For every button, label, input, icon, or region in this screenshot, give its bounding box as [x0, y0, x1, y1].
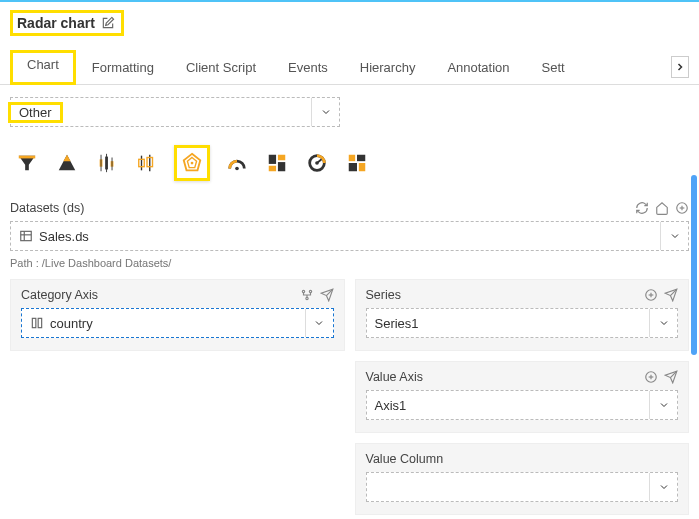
svg-rect-38: [32, 318, 36, 327]
category-axis-value: country: [50, 316, 93, 331]
send-icon[interactable]: [320, 288, 334, 302]
svg-rect-26: [357, 155, 365, 161]
chart-subtype-icons: [10, 141, 689, 185]
value-axis-panel: Value Axis Axis1: [355, 361, 690, 433]
series-value: Series1: [375, 316, 419, 331]
add-icon[interactable]: [644, 288, 658, 302]
chart-type-row: Other: [10, 97, 340, 127]
datasets-section: Datasets (ds) Sales.ds Path : /Live Dash…: [10, 195, 689, 269]
funnel-icon[interactable]: [14, 150, 40, 176]
page-title-highlight: Radar chart: [10, 10, 124, 36]
value-column-dropdown-button[interactable]: [649, 473, 677, 501]
svg-rect-32: [21, 231, 32, 240]
svg-point-17: [235, 167, 239, 171]
chevron-down-icon: [313, 317, 325, 329]
chevron-down-icon: [320, 106, 332, 118]
svg-rect-25: [349, 155, 355, 161]
category-axis-dropdown-button[interactable]: [305, 309, 333, 337]
column-icon: [30, 316, 44, 330]
datasets-dropdown[interactable]: Sales.ds: [10, 221, 689, 251]
add-icon[interactable]: [644, 370, 658, 384]
panel-header: Radar chart: [0, 2, 699, 36]
tab-formatting[interactable]: Formatting: [76, 52, 170, 83]
tab-settings[interactable]: Sett: [526, 52, 581, 83]
chevron-down-icon: [658, 481, 670, 493]
edit-icon[interactable]: [101, 16, 115, 30]
category-axis-dropdown[interactable]: country: [21, 308, 334, 338]
chevron-down-icon: [658, 399, 670, 411]
refresh-icon[interactable]: [635, 201, 649, 215]
chevron-down-icon: [669, 230, 681, 242]
datasets-label: Datasets (ds): [10, 201, 84, 215]
home-icon[interactable]: [655, 201, 669, 215]
svg-rect-21: [269, 166, 276, 172]
series-dropdown-button[interactable]: [649, 309, 677, 337]
svg-rect-18: [269, 155, 276, 164]
value-axis-dropdown-button[interactable]: [649, 391, 677, 419]
radar-icon[interactable]: [174, 145, 210, 181]
gauge-full-icon[interactable]: [304, 150, 330, 176]
svg-point-37: [305, 297, 307, 299]
datasets-path: Path : /Live Dashboard Datasets/: [10, 257, 689, 269]
vertical-scrollbar[interactable]: [691, 175, 697, 355]
chevron-down-icon: [658, 317, 670, 329]
tab-events[interactable]: Events: [272, 52, 344, 83]
add-icon[interactable]: [675, 201, 689, 215]
value-column-label: Value Column: [366, 452, 444, 466]
series-label: Series: [366, 288, 401, 302]
send-icon[interactable]: [664, 370, 678, 384]
boxplot-icon[interactable]: [134, 150, 160, 176]
gauge-semi-icon[interactable]: [224, 150, 250, 176]
svg-point-24: [315, 161, 319, 165]
category-axis-panel: Category Axis country: [10, 279, 345, 351]
svg-rect-27: [349, 163, 357, 171]
treemap-icon[interactable]: [264, 150, 290, 176]
value-axis-label: Value Axis: [366, 370, 423, 384]
svg-rect-39: [38, 318, 42, 327]
chart-type-dropdown[interactable]: Other: [10, 97, 340, 127]
value-axis-dropdown[interactable]: Axis1: [366, 390, 679, 420]
svg-point-36: [309, 290, 311, 292]
dataset-icon: [19, 229, 33, 243]
tiles-icon[interactable]: [344, 150, 370, 176]
hierarchy-icon[interactable]: [300, 288, 314, 302]
category-axis-label: Category Axis: [21, 288, 98, 302]
svg-rect-28: [359, 163, 365, 171]
svg-rect-20: [278, 162, 285, 171]
tab-scroll-right[interactable]: [671, 56, 689, 78]
chart-type-dropdown-button[interactable]: [311, 98, 339, 126]
svg-point-16: [191, 162, 194, 165]
series-dropdown[interactable]: Series1: [366, 308, 679, 338]
panel-body: Other Datasets (ds): [0, 85, 699, 519]
tab-bar: Chart Formatting Client Script Events Hi…: [0, 50, 699, 85]
tab-client-script[interactable]: Client Script: [170, 52, 272, 83]
svg-point-35: [302, 290, 304, 292]
candlestick-icon[interactable]: [94, 150, 120, 176]
value-column-dropdown[interactable]: [366, 472, 679, 502]
tab-chart-highlight: Chart: [10, 50, 76, 85]
pyramid-icon[interactable]: [54, 150, 80, 176]
svg-rect-1: [19, 156, 36, 159]
send-icon[interactable]: [664, 288, 678, 302]
svg-marker-3: [63, 155, 70, 161]
value-column-panel: Value Column: [355, 443, 690, 515]
chart-type-value: Other: [11, 101, 60, 124]
datasets-value: Sales.ds: [39, 229, 89, 244]
series-panel: Series Series1: [355, 279, 690, 351]
svg-rect-19: [278, 155, 285, 161]
datasets-dropdown-button[interactable]: [660, 222, 688, 250]
tab-chart[interactable]: Chart: [25, 57, 61, 78]
page-title: Radar chart: [17, 15, 95, 31]
tab-annotation[interactable]: Annotation: [431, 52, 525, 83]
tab-hierarchy[interactable]: Hierarchy: [344, 52, 432, 83]
value-axis-value: Axis1: [375, 398, 407, 413]
